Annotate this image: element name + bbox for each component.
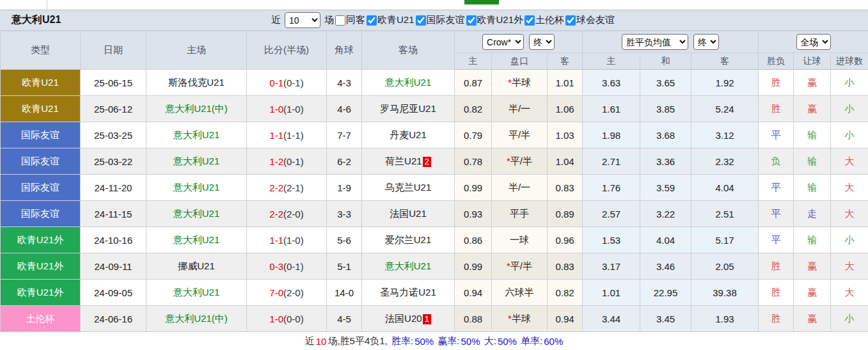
col-header-type: 类型	[1, 31, 81, 70]
odds-home-cell: 0.99	[455, 253, 492, 280]
corner-cell: 3-3	[327, 201, 362, 227]
table-row: 欧青U21外 24-09-05 意大利U21 7-0(2-0) 14-0 圣马力…	[1, 280, 868, 306]
score-cell: 1-1(1-0)	[247, 227, 327, 253]
single-rate-value: 60%	[544, 336, 563, 347]
odds-win-rate-value: 50%	[461, 336, 480, 347]
league-filter[interactable]: 欧青U21	[365, 14, 414, 26]
avg-draw-cell: 3.68	[640, 122, 691, 148]
handicap-value: 平手	[510, 208, 529, 219]
type-cell: 土伦杯	[1, 306, 81, 332]
away-team-cell: 荷兰U212	[362, 148, 455, 175]
odds-away-cell: 1.04	[548, 148, 583, 175]
halftime-score: (2-0)	[283, 287, 304, 298]
result-cell: 平	[759, 227, 794, 253]
home-team-name: 意大利U21	[173, 208, 220, 219]
league-filter-label: 土伦杯	[535, 14, 564, 26]
same-opponent-checkbox[interactable]	[335, 15, 345, 26]
result-cell: 负	[759, 148, 794, 175]
league-filter[interactable]: 国际友谊	[414, 14, 465, 26]
win-rate-value: 50%	[414, 336, 434, 347]
summary-bar: 近10场,胜5平4负1, 胜率:50% 赢率:50% 大:50% 单率:60%	[0, 332, 868, 350]
win-rate-label: 胜率:	[391, 335, 413, 347]
halftime-score: (0-1)	[283, 156, 304, 167]
recent-count-select[interactable]: 10	[285, 12, 320, 28]
goals-result-cell: 小	[831, 122, 868, 148]
league-filter[interactable]: 欧青U21外	[465, 14, 524, 26]
home-team-name: 斯洛伐克U21	[168, 77, 225, 88]
col-header-goals: 进球数	[831, 53, 868, 70]
date-cell: 24-09-05	[81, 280, 146, 306]
type-cell: 国际友谊	[1, 122, 81, 148]
handicap-controls: Crow*终	[455, 31, 583, 53]
match-history-table: 类型 日期 主场 比分(半场) 角球 客场 Crow*终 胜平负均值终 全场 主…	[0, 31, 868, 332]
handicap-result-cell: 赢	[794, 280, 831, 306]
league-filter-checkbox[interactable]	[466, 15, 477, 26]
handicap-cell: 一球	[492, 227, 548, 253]
odds-home-cell: 0.82	[455, 96, 492, 122]
col-header-avg-away: 客	[691, 53, 759, 70]
away-team-name: 罗马尼亚U21	[380, 103, 436, 114]
same-opponent-filter[interactable]: 同客	[334, 14, 365, 26]
league-filter-label: 球会友谊	[576, 14, 615, 26]
away-team-name: 丹麦U21	[390, 129, 427, 140]
handicap-result-cell: 赢	[794, 70, 831, 96]
away-team-name: 法国U21	[390, 208, 427, 219]
league-filter[interactable]: 土伦杯	[523, 14, 564, 26]
handicap-value: 平/半	[510, 260, 532, 271]
same-opponent-label: 同客	[346, 14, 365, 26]
corner-cell: 7-7	[327, 122, 362, 148]
odds-home-cell: 0.99	[455, 175, 492, 201]
table-row: 欧青U21外 24-10-16 意大利U21 1-1(1-0) 5-6 爱尔兰U…	[1, 227, 868, 253]
avg-home-cell: 2.71	[583, 148, 640, 175]
away-team-cell: 乌克兰U21	[362, 175, 455, 201]
avg-away-cell: 2.05	[691, 253, 759, 280]
odds-stage-select[interactable]: 终	[529, 34, 555, 50]
avg-type-select[interactable]: 胜平负均值	[622, 34, 688, 50]
bookmaker-select[interactable]: Crow*	[482, 34, 524, 50]
league-filter[interactable]: 球会友谊	[564, 14, 615, 26]
away-team-name: 法国U20	[385, 313, 422, 324]
table-row: 欧青U21外 24-09-11 挪威U21 0-3(0-1) 5-1 意大利U2…	[1, 253, 868, 280]
away-team-cell: 罗马尼亚U21	[362, 96, 455, 122]
home-team-cell: 斯洛伐克U21	[146, 70, 247, 96]
type-cell: 欧青U21外	[1, 280, 81, 306]
handicap-value: 半/一	[509, 103, 530, 114]
halftime-score: (1-0)	[283, 104, 304, 115]
score-cell: 1-2(0-1)	[247, 148, 327, 175]
score-cell: 2-2(2-0)	[247, 201, 327, 227]
odds-away-cell: 0.82	[548, 280, 583, 306]
odds-win-rate-label: 赢率:	[438, 335, 459, 347]
handicap-result-cell: 输	[794, 122, 831, 148]
league-filter-checkbox[interactable]	[565, 15, 576, 26]
league-filter-checkbox[interactable]	[525, 15, 535, 26]
league-filter-checkbox[interactable]	[367, 15, 377, 26]
handicap-cell: *平/半	[492, 148, 548, 175]
red-card-badge: 1	[423, 314, 431, 324]
col-header-score: 比分(半场)	[247, 31, 327, 70]
league-filter-checkbox[interactable]	[416, 15, 426, 26]
handicap-result-cell: 输	[794, 227, 831, 253]
home-team-name: 意大利U21	[173, 287, 220, 298]
score-cell: 1-0(0-0)	[247, 306, 327, 332]
avg-draw-cell: 3.36	[640, 148, 691, 175]
fulltime-score: 7-0	[269, 287, 283, 298]
score-cell: 0-1(0-1)	[247, 70, 327, 96]
handicap-cell: *半球	[492, 306, 548, 332]
matches-label: 场	[324, 14, 334, 26]
fulltime-score: 2-2	[269, 209, 283, 219]
fulltime-score: 2-2	[269, 182, 283, 193]
odds-home-cell: 0.86	[455, 227, 492, 253]
home-team-cell: 意大利U21(中)	[146, 96, 247, 122]
odds-home-cell: 0.93	[455, 201, 492, 227]
result-cell: 胜	[759, 253, 794, 280]
match-scope-select[interactable]: 全场	[796, 34, 831, 50]
type-cell: 欧青U21外	[1, 253, 81, 280]
corner-cell: 4-3	[327, 70, 362, 96]
avg-stage-select[interactable]: 终	[693, 34, 719, 50]
home-team-name: 意大利U21	[173, 234, 220, 245]
big-rate-label: 大:	[484, 335, 496, 347]
away-team-name: 荷兰U21	[385, 155, 422, 166]
col-header-date: 日期	[81, 31, 146, 70]
handicap-result-cell: 输	[794, 175, 831, 201]
home-team-cell: 挪威U21	[146, 253, 247, 280]
